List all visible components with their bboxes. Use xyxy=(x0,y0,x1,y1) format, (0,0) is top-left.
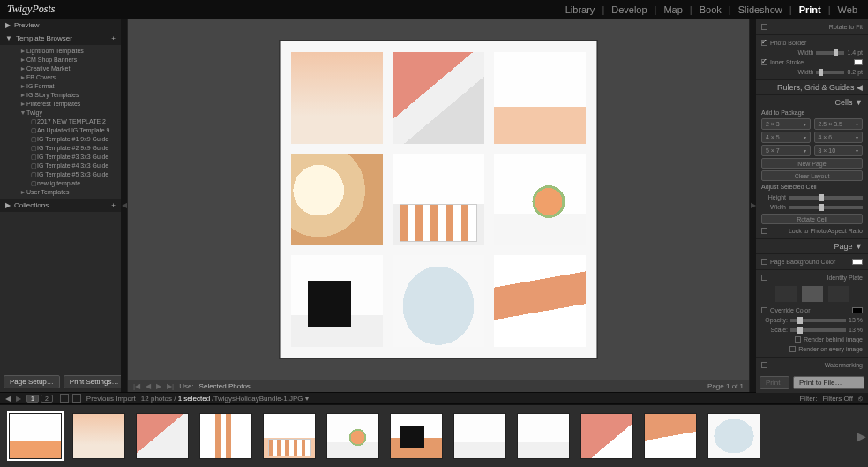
page-bg-swatch[interactable] xyxy=(852,259,863,265)
layout-cell-8[interactable] xyxy=(393,255,484,347)
right-collapse-strip[interactable]: ▶ xyxy=(750,19,756,392)
new-page-button[interactable]: New Page xyxy=(761,158,863,169)
last-page-icon[interactable]: ▶| xyxy=(167,382,174,390)
page-pill-1[interactable]: 1 xyxy=(26,395,39,403)
grid-view-icon[interactable] xyxy=(60,394,69,403)
layout-cell-4[interactable] xyxy=(291,154,383,245)
module-tab-develop[interactable]: Develop xyxy=(608,4,650,15)
cell-size-button[interactable]: 5 × 7▾ xyxy=(761,145,811,156)
tree-item[interactable]: ►Pinterest Templates xyxy=(0,100,121,109)
identity-plate-checkbox[interactable] xyxy=(761,275,767,281)
filmstrip-thumb[interactable] xyxy=(453,413,506,459)
source-label[interactable]: Previous Import xyxy=(86,395,136,403)
width-slider[interactable] xyxy=(789,206,863,209)
render-every-checkbox[interactable] xyxy=(789,346,796,352)
rotate-cell-button[interactable]: Rotate Cell xyxy=(761,214,863,224)
photo-border-slider[interactable] xyxy=(816,51,844,55)
override-color-checkbox[interactable] xyxy=(761,307,767,313)
filmstrip-thumb[interactable] xyxy=(390,413,443,459)
identity-plate-preview[interactable] xyxy=(761,286,863,302)
opacity-slider[interactable] xyxy=(790,319,846,322)
tree-item[interactable]: ▢2017 NEW TEMPLATE 2 xyxy=(0,117,121,126)
override-swatch[interactable] xyxy=(852,307,863,313)
tree-item[interactable]: ►Creative Market xyxy=(0,64,121,73)
tree-item[interactable]: ▼Twigy xyxy=(0,109,121,117)
filmstrip-thumb[interactable] xyxy=(9,413,62,459)
filmstrip-thumb[interactable] xyxy=(644,413,697,459)
tree-item[interactable]: ▢new ig template xyxy=(0,179,121,188)
module-tab-slideshow[interactable]: Slideshow xyxy=(735,4,786,15)
filmstrip-thumb[interactable] xyxy=(263,413,316,459)
filmstrip-thumb[interactable] xyxy=(580,413,633,459)
tree-item[interactable]: ►FB Covers xyxy=(0,73,121,82)
print-settings-button[interactable]: Print Settings… xyxy=(64,375,125,388)
cell-size-button[interactable]: 2.5 × 3.5▾ xyxy=(814,118,864,130)
cell-size-button[interactable]: 4 × 5▾ xyxy=(761,132,811,143)
filmstrip-thumb[interactable] xyxy=(707,413,760,459)
rulers-heading[interactable]: Rulers, Grid & Guides ◀ xyxy=(761,83,863,92)
cell-size-button[interactable]: 8 × 10▾ xyxy=(814,145,864,156)
add-collection-icon[interactable]: + xyxy=(111,201,116,209)
tree-item[interactable]: ▢IG Template #4 3x3 Guide xyxy=(0,162,121,170)
print-button[interactable]: Print xyxy=(760,376,789,389)
layout-cell-7[interactable] xyxy=(291,255,383,347)
page-bg-checkbox[interactable] xyxy=(761,259,767,265)
tree-item[interactable]: ▢IG Template #2 9x9 Guide xyxy=(0,144,121,153)
tree-item[interactable]: ▢IG Template #1 9x9 Guide xyxy=(0,135,121,144)
tree-item[interactable]: ►CM Shop Banners xyxy=(0,56,121,64)
tree-item[interactable]: ►IG Story Templates xyxy=(0,91,121,100)
layout-cell-3[interactable] xyxy=(494,52,586,144)
height-slider[interactable] xyxy=(789,196,863,200)
layout-cell-9[interactable] xyxy=(494,255,586,347)
layout-cell-6[interactable] xyxy=(494,154,586,245)
use-value[interactable]: Selected Photos xyxy=(199,382,251,390)
forward-icon[interactable]: ▶ xyxy=(16,395,21,403)
grid-view-icon[interactable] xyxy=(72,394,81,403)
preview-header[interactable]: ▶ Preview xyxy=(0,19,121,32)
page-setup-button[interactable]: Page Setup… xyxy=(4,375,60,388)
watermark-checkbox[interactable] xyxy=(761,362,767,368)
render-behind-checkbox[interactable] xyxy=(795,336,801,343)
tree-item[interactable]: ▢An Updated IG Template 9… xyxy=(0,126,121,135)
scale-slider[interactable] xyxy=(790,328,846,332)
page-heading[interactable]: Page ▼ xyxy=(761,242,863,251)
tree-item[interactable]: ►User Templates xyxy=(0,188,121,197)
filmstrip[interactable]: ▶ xyxy=(0,404,868,467)
clear-layout-button[interactable]: Clear Layout xyxy=(761,170,863,181)
module-tab-web[interactable]: Web xyxy=(834,4,861,15)
tree-item[interactable]: ▢IG Template #3 3x3 Guide xyxy=(0,153,121,162)
page-view-selector[interactable]: 12 xyxy=(26,395,55,403)
layout-cell-5[interactable] xyxy=(393,154,484,245)
next-page-icon[interactable]: ▶ xyxy=(156,382,161,390)
cell-size-button[interactable]: 4 × 6▾ xyxy=(814,132,864,143)
print-canvas[interactable] xyxy=(128,19,749,380)
filter-lock-icon[interactable]: ⎋ xyxy=(858,395,863,403)
module-tab-book[interactable]: Book xyxy=(696,4,725,15)
filmstrip-right-arrow-icon[interactable]: ▶ xyxy=(857,429,866,443)
inner-stroke-checkbox[interactable] xyxy=(761,59,767,65)
filmstrip-thumb[interactable] xyxy=(199,413,252,459)
tree-item[interactable]: ►IG Format xyxy=(0,82,121,91)
lock-ratio-checkbox[interactable] xyxy=(761,228,767,234)
filmstrip-thumb[interactable] xyxy=(136,413,189,459)
cell-size-button[interactable]: 2 × 3▾ xyxy=(761,118,811,130)
page-pill-2[interactable]: 2 xyxy=(41,395,53,403)
filmstrip-thumb[interactable] xyxy=(517,413,570,459)
layout-cell-1[interactable] xyxy=(291,52,383,144)
collections-header[interactable]: ▶ Collections + xyxy=(0,199,121,212)
cells-heading[interactable]: Cells ▼ xyxy=(761,98,863,107)
back-icon[interactable]: ◀ xyxy=(5,395,11,403)
inner-stroke-slider[interactable] xyxy=(816,71,844,74)
filters-off-dropdown[interactable]: Filters Off xyxy=(822,395,853,403)
tree-item[interactable]: ►Lightroom Templates xyxy=(0,47,121,56)
print-to-file-button[interactable]: Print to File… xyxy=(793,376,864,389)
prev-page-icon[interactable]: ◀ xyxy=(146,382,151,390)
template-browser-header[interactable]: ▼ Template Browser + xyxy=(0,32,121,45)
photo-border-checkbox[interactable] xyxy=(761,40,767,46)
module-tab-library[interactable]: Library xyxy=(562,4,599,15)
layout-cell-2[interactable] xyxy=(393,52,484,144)
rotate-to-fit-checkbox[interactable] xyxy=(761,24,767,30)
add-template-icon[interactable]: + xyxy=(111,34,116,42)
module-tab-map[interactable]: Map xyxy=(660,4,685,15)
first-page-icon[interactable]: |◀ xyxy=(133,382,140,390)
